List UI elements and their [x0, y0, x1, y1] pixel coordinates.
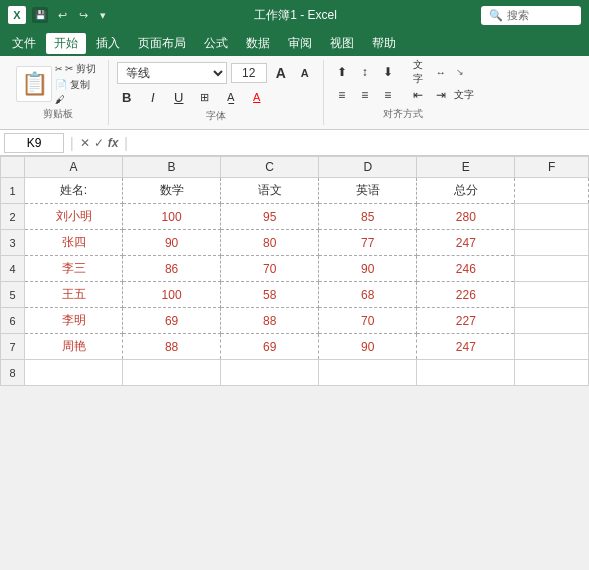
menu-view[interactable]: 视图: [322, 33, 362, 54]
cell-r8-c3[interactable]: [221, 360, 319, 386]
alignment-expand[interactable]: ↘: [456, 67, 464, 77]
row-header-7: 7: [1, 334, 25, 360]
wrap-text-button[interactable]: 文字: [408, 62, 428, 82]
formula-cross[interactable]: ✕: [80, 136, 90, 150]
cut-button[interactable]: ✂✂ 剪切: [55, 62, 96, 76]
undo-button[interactable]: ↩: [54, 7, 71, 24]
menu-file[interactable]: 文件: [4, 33, 44, 54]
cell-r4-c4[interactable]: 90: [319, 256, 417, 282]
indent-decrease-button[interactable]: ⇤: [408, 85, 428, 105]
cell-r4-c5[interactable]: 246: [417, 256, 515, 282]
number-format-button[interactable]: 文字: [454, 85, 474, 105]
menu-page-layout[interactable]: 页面布局: [130, 33, 194, 54]
align-right-button[interactable]: ≡: [378, 85, 398, 105]
menu-review[interactable]: 审阅: [280, 33, 320, 54]
cell-r8-c6[interactable]: [515, 360, 589, 386]
col-header-d[interactable]: D: [319, 157, 417, 178]
cell-r3-c3[interactable]: 80: [221, 230, 319, 256]
cell-r3-c1[interactable]: 张四: [25, 230, 123, 256]
cell-r1-c5[interactable]: 总分: [417, 178, 515, 204]
formula-input[interactable]: [134, 134, 585, 152]
cell-r7-c6[interactable]: [515, 334, 589, 360]
cell-r2-c5[interactable]: 280: [417, 204, 515, 230]
cell-r7-c1[interactable]: 周艳: [25, 334, 123, 360]
cell-r3-c6[interactable]: [515, 230, 589, 256]
font-name-selector[interactable]: 等线: [117, 62, 227, 84]
cell-r1-c2[interactable]: 数学: [123, 178, 221, 204]
cell-r5-c1[interactable]: 王五: [25, 282, 123, 308]
cell-r6-c4[interactable]: 70: [319, 308, 417, 334]
cell-r8-c5[interactable]: [417, 360, 515, 386]
cell-r4-c6[interactable]: [515, 256, 589, 282]
cell-r8-c2[interactable]: [123, 360, 221, 386]
menu-formula[interactable]: 公式: [196, 33, 236, 54]
format-painter-button[interactable]: 🖌: [55, 94, 96, 105]
menu-insert[interactable]: 插入: [88, 33, 128, 54]
col-header-f[interactable]: F: [515, 157, 589, 178]
save-button[interactable]: 💾: [32, 7, 48, 23]
cell-r1-c4[interactable]: 英语: [319, 178, 417, 204]
cell-r8-c4[interactable]: [319, 360, 417, 386]
cell-reference-input[interactable]: [4, 133, 64, 153]
search-box[interactable]: 🔍 搜索: [481, 6, 581, 25]
align-center-button[interactable]: ≡: [355, 85, 375, 105]
font-size-input[interactable]: [231, 63, 267, 83]
align-bottom-button[interactable]: ⬇: [378, 62, 398, 82]
redo-button[interactable]: ↪: [75, 7, 92, 24]
cell-r5-c4[interactable]: 68: [319, 282, 417, 308]
cell-r6-c5[interactable]: 227: [417, 308, 515, 334]
cell-r5-c3[interactable]: 58: [221, 282, 319, 308]
merge-center-button[interactable]: ↔: [431, 62, 451, 82]
cell-r3-c4[interactable]: 77: [319, 230, 417, 256]
cell-r7-c4[interactable]: 90: [319, 334, 417, 360]
cell-r7-c2[interactable]: 88: [123, 334, 221, 360]
menu-home[interactable]: 开始: [46, 33, 86, 54]
align-middle-button[interactable]: ↕: [355, 62, 375, 82]
formula-check[interactable]: ✓: [94, 136, 104, 150]
underline-button[interactable]: U: [169, 87, 189, 107]
col-header-c[interactable]: C: [221, 157, 319, 178]
cell-r6-c6[interactable]: [515, 308, 589, 334]
col-header-b[interactable]: B: [123, 157, 221, 178]
cell-r7-c5[interactable]: 247: [417, 334, 515, 360]
cell-r6-c3[interactable]: 88: [221, 308, 319, 334]
menu-data[interactable]: 数据: [238, 33, 278, 54]
fill-color-button[interactable]: A̲: [221, 87, 241, 107]
cell-r2-c1[interactable]: 刘小明: [25, 204, 123, 230]
cell-r4-c1[interactable]: 李三: [25, 256, 123, 282]
cell-r1-c1[interactable]: 姓名:: [25, 178, 123, 204]
border-button[interactable]: ⊞: [195, 87, 215, 107]
cell-r6-c2[interactable]: 69: [123, 308, 221, 334]
font-size-increase[interactable]: A: [271, 63, 291, 83]
cell-r4-c2[interactable]: 86: [123, 256, 221, 282]
menu-help[interactable]: 帮助: [364, 33, 404, 54]
cell-r2-c6[interactable]: [515, 204, 589, 230]
cell-r2-c2[interactable]: 100: [123, 204, 221, 230]
cell-r1-c6[interactable]: [515, 178, 589, 204]
cell-r4-c3[interactable]: 70: [221, 256, 319, 282]
italic-button[interactable]: I: [143, 87, 163, 107]
cell-r5-c6[interactable]: [515, 282, 589, 308]
cell-r3-c2[interactable]: 90: [123, 230, 221, 256]
formula-fx[interactable]: fx: [108, 136, 119, 150]
cell-r3-c5[interactable]: 247: [417, 230, 515, 256]
cell-r5-c5[interactable]: 226: [417, 282, 515, 308]
cell-r8-c1[interactable]: [25, 360, 123, 386]
col-header-e[interactable]: E: [417, 157, 515, 178]
cell-r6-c1[interactable]: 李明: [25, 308, 123, 334]
cell-r7-c3[interactable]: 69: [221, 334, 319, 360]
toolbar-dropdown[interactable]: ▾: [96, 7, 110, 24]
cell-r2-c3[interactable]: 95: [221, 204, 319, 230]
indent-increase-button[interactable]: ⇥: [431, 85, 451, 105]
cell-r1-c3[interactable]: 语文: [221, 178, 319, 204]
cell-r5-c2[interactable]: 100: [123, 282, 221, 308]
col-header-a[interactable]: A: [25, 157, 123, 178]
font-size-decrease[interactable]: A: [295, 63, 315, 83]
font-color-button[interactable]: A: [247, 87, 267, 107]
align-left-button[interactable]: ≡: [332, 85, 352, 105]
bold-button[interactable]: B: [117, 87, 137, 107]
paste-button[interactable]: 📋: [16, 66, 52, 102]
align-top-button[interactable]: ⬆: [332, 62, 352, 82]
cell-r2-c4[interactable]: 85: [319, 204, 417, 230]
copy-button[interactable]: 📄 复制: [55, 78, 96, 92]
